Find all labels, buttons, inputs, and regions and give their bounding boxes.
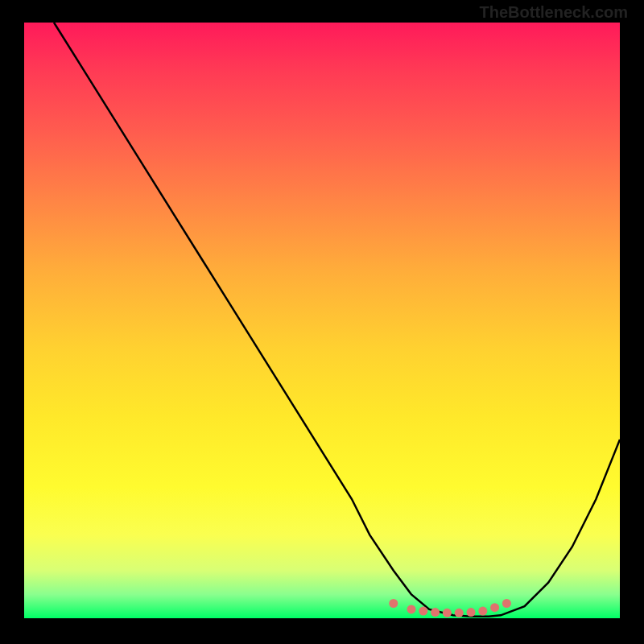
watermark-text: TheBottleneck.com <box>480 3 628 22</box>
curve-markers <box>389 599 511 617</box>
marker-point <box>502 599 511 608</box>
curve-svg <box>24 23 620 618</box>
marker-point <box>478 607 487 616</box>
chart-container: TheBottleneck.com <box>0 0 644 644</box>
plot-area <box>24 23 620 618</box>
marker-point <box>443 609 452 617</box>
marker-point <box>455 609 464 617</box>
marker-point <box>407 605 416 613</box>
marker-point <box>431 608 440 617</box>
marker-point <box>419 607 427 616</box>
marker-point <box>389 599 398 608</box>
marker-point <box>467 608 476 617</box>
main-curve-line <box>54 23 620 617</box>
marker-point <box>490 603 499 612</box>
